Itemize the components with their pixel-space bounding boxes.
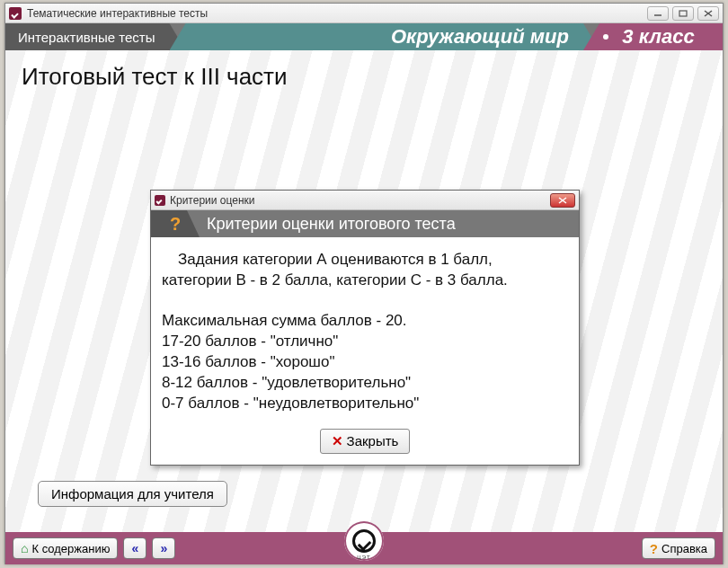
logo-checkmark-icon [352,529,376,553]
close-icon [558,197,567,204]
ribbon-grade: 3 класс [583,23,723,50]
nav-first-button[interactable]: « [123,537,146,559]
question-icon: ? [650,541,658,556]
criteria-dialog: Критерии оценки ? Критерии оценки итогов… [150,190,580,466]
ribbon-subject: Окружающий мир [170,23,599,50]
titlebar: Тематические интерактивные тесты [5,4,723,23]
maximize-icon [679,10,688,17]
question-icon: ? [170,214,181,235]
nav-next-button[interactable]: » [152,537,175,559]
dialog-window-title: Критерии оценки [170,194,254,207]
double-chevron-left-icon: « [132,541,139,555]
window-title: Тематические интерактивные тесты [27,7,208,20]
dialog-header-icon-wrap: ? [151,210,200,237]
ribbon-left: Интерактивные тесты [5,23,186,50]
teacher-info-button[interactable]: Информация для учителя [38,481,227,507]
footer-bar: ⌂ К содержанию « » ? Справка ЦЭТ [5,532,723,564]
maximize-button[interactable] [672,6,694,21]
close-icon [704,10,713,17]
body-grade-1: 17-20 баллов - "отлично" [162,332,568,352]
body-grade-3: 8-12 баллов - "удовлетворительно" [162,373,568,394]
footer-logo: ЦЭТ [344,521,384,561]
ribbon-subject-label: Окружающий мир [391,25,569,49]
content-area: Итоговый тест к III части Информация для… [5,50,723,532]
help-label: Справка [661,542,707,555]
home-icon: ⌂ [21,541,28,555]
dialog-header-title: Критерии оценки итогового теста [207,215,456,234]
close-window-button[interactable] [697,6,719,21]
body-grade-4: 0-7 баллов - "неудовлетворительно" [162,394,568,414]
to-contents-button[interactable]: ⌂ К содержанию [13,537,118,559]
logo-caption: ЦЭТ [357,555,370,560]
page-title: Итоговый тест к III части [22,63,288,91]
to-contents-label: К содержанию [31,542,110,555]
ribbon-grade-label: 3 класс [622,25,694,49]
dialog-close-button[interactable]: ✕ Закрыть [320,429,411,454]
dialog-titlebar[interactable]: Критерии оценки [151,191,579,210]
app-icon [9,7,22,20]
body-line-2: категории В - в 2 балла, категории С - в… [162,271,568,291]
header-ribbon: Интерактивные тесты Окружающий мир 3 кла… [5,23,723,50]
ribbon-left-label: Интерактивные тесты [18,30,155,45]
dialog-header: ? Критерии оценки итогового теста [151,210,579,237]
dialog-close-label: Закрыть [347,433,399,448]
minimize-icon [653,10,662,17]
dialog-footer: ✕ Закрыть [151,429,579,465]
minimize-button[interactable] [647,6,669,21]
help-button[interactable]: ? Справка [642,537,715,559]
body-line-1: Задания категории А оцениваются в 1 балл… [162,250,568,271]
double-chevron-right-icon: » [161,541,168,555]
svg-rect-1 [679,11,687,16]
dialog-close-x-button[interactable] [550,193,575,208]
teacher-info-label: Информация для учителя [51,486,214,501]
dialog-app-icon [155,195,165,206]
body-grade-2: 13-16 баллов - "хорошо" [162,352,568,373]
x-icon: ✕ [332,433,343,449]
main-window: Тематические интерактивные тесты Интерак… [4,3,724,564]
body-max-line: Максимальная сумма баллов - 20. [162,311,568,332]
dialog-body: Задания категории А оцениваются в 1 балл… [151,237,579,429]
